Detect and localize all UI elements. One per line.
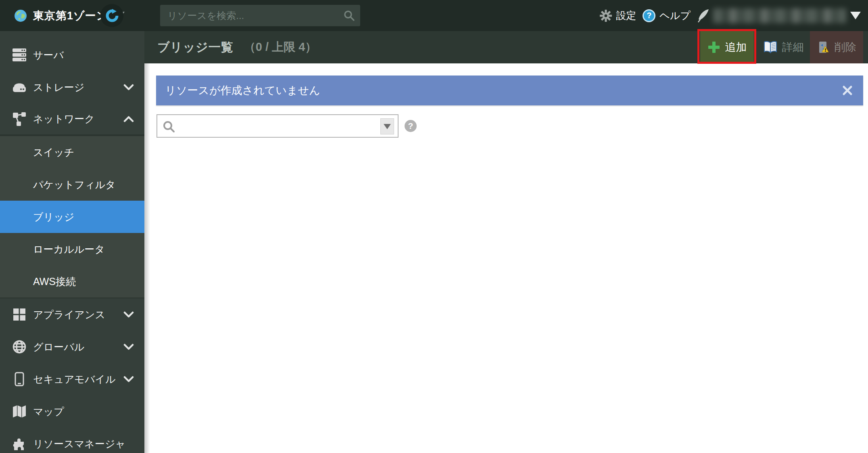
plus-icon bbox=[707, 41, 720, 54]
topbar: 東京第1ゾーン bbox=[0, 0, 868, 31]
refresh-icon bbox=[105, 9, 119, 23]
sidebar-shadow bbox=[144, 63, 150, 453]
detail-button[interactable]: 詳細 bbox=[761, 31, 806, 63]
sidebar-item-label: グローバル bbox=[33, 340, 84, 354]
globe-emoji-icon bbox=[14, 9, 27, 22]
global-search-input[interactable] bbox=[160, 5, 360, 26]
sidebar-item-label: ネットワーク bbox=[33, 112, 95, 126]
sidebar-item-local-router[interactable]: ローカルルータ bbox=[0, 233, 144, 265]
server-icon bbox=[12, 48, 27, 62]
close-icon[interactable] bbox=[842, 85, 853, 96]
add-button[interactable]: 追加 bbox=[700, 31, 754, 63]
detail-button-label: 詳細 bbox=[782, 40, 804, 55]
book-icon bbox=[764, 41, 777, 53]
map-icon bbox=[12, 405, 27, 418]
sidebar-item-resource-manager[interactable]: リソースマネージャ bbox=[0, 428, 144, 453]
resource-count: （0 / 上限 4） bbox=[244, 39, 317, 55]
sidebar-item-bridge[interactable]: ブリッジ bbox=[0, 201, 144, 233]
search-filter-dropdown-button[interactable] bbox=[380, 118, 394, 134]
account-menu[interactable] bbox=[697, 8, 861, 23]
refresh-button[interactable] bbox=[100, 4, 123, 27]
help-button[interactable]: ? ヘルプ bbox=[643, 9, 691, 22]
sidebar-item-label: マップ bbox=[33, 405, 64, 418]
sidebar-item-label: AWS接続 bbox=[33, 275, 76, 288]
resource-filter-input[interactable] bbox=[157, 115, 398, 137]
sidebar-item-aws-connect[interactable]: AWS接続 bbox=[0, 265, 144, 298]
sidebar-item-label: セキュアモバイル bbox=[33, 373, 116, 386]
account-name-redacted bbox=[713, 8, 846, 23]
globe-icon bbox=[12, 340, 27, 354]
zone-name-label: 東京第1ゾーン bbox=[33, 8, 108, 23]
sidebar-item-server[interactable]: サーバ bbox=[0, 39, 144, 71]
gear-icon bbox=[600, 10, 612, 22]
sidebar-item-label: リソースマネージャ bbox=[33, 437, 125, 451]
chevron-up-icon bbox=[123, 115, 134, 123]
sidebar-item-global[interactable]: グローバル bbox=[0, 331, 144, 363]
sidebar-item-label: スイッチ bbox=[33, 146, 74, 159]
sidebar-item-secure-mobile[interactable]: セキュアモバイル bbox=[0, 363, 144, 395]
notice-banner: リソースが作成されていません bbox=[156, 76, 863, 105]
delete-button-label: 削除 bbox=[835, 40, 856, 55]
sidebar-item-label: パケットフィルタ bbox=[33, 178, 116, 191]
chevron-down-icon bbox=[123, 343, 134, 350]
add-button-label: 追加 bbox=[725, 40, 747, 55]
sidebar-item-label: ブリッジ bbox=[33, 210, 74, 224]
puzzle-icon bbox=[12, 437, 27, 451]
sakura-cloud-console: 東京第1ゾーン bbox=[0, 0, 868, 453]
delete-button[interactable]: 削除 bbox=[810, 31, 863, 63]
resource-search-box bbox=[156, 114, 399, 138]
mobile-phone-icon bbox=[12, 372, 27, 386]
sidebar-item-map[interactable]: マップ bbox=[0, 395, 144, 428]
sidebar-item-label: ストレージ bbox=[33, 81, 84, 94]
storage-icon bbox=[12, 81, 27, 94]
sidebar-item-storage[interactable]: ストレージ bbox=[0, 71, 144, 103]
main-content: リソースが作成されていません ? bbox=[144, 63, 868, 453]
appliance-grid-icon bbox=[12, 308, 27, 321]
help-label: ヘルプ bbox=[659, 9, 691, 22]
help-icon: ? bbox=[643, 9, 655, 22]
search-icon bbox=[163, 121, 175, 134]
account-dropdown-icon bbox=[850, 12, 861, 19]
topbar-right-cluster: 設定 ? ヘルプ bbox=[600, 0, 861, 31]
chevron-down-icon bbox=[123, 311, 134, 318]
sidebar-item-packet-filter[interactable]: パケットフィルタ bbox=[0, 168, 144, 201]
page-header: ブリッジ一覧 （0 / 上限 4） 追加 bbox=[144, 31, 868, 63]
sidebar-item-network[interactable]: ネットワーク bbox=[0, 103, 144, 134]
settings-button[interactable]: 設定 bbox=[600, 9, 636, 22]
dropdown-triangle-icon bbox=[384, 124, 391, 129]
sidebar-item-label: アプライアンス bbox=[33, 308, 105, 321]
search-help-button[interactable]: ? bbox=[405, 120, 417, 132]
chevron-down-icon bbox=[123, 84, 134, 91]
sidebar-nav: サーバ ストレージ bbox=[0, 31, 144, 453]
network-submenu: スイッチ パケットフィルタ ブリッジ ローカルルータ AWS接続 bbox=[0, 134, 144, 298]
page-title: ブリッジ一覧 bbox=[157, 39, 234, 56]
sidebar-item-switch[interactable]: スイッチ bbox=[0, 136, 144, 168]
network-icon bbox=[12, 112, 27, 126]
sidebar-item-label: サーバ bbox=[33, 48, 64, 62]
delete-warning-icon bbox=[817, 41, 830, 54]
settings-label: 設定 bbox=[616, 9, 636, 22]
notice-message: リソースが作成されていません bbox=[165, 83, 320, 98]
quill-icon bbox=[697, 9, 709, 23]
sidebar-item-label: ローカルルータ bbox=[33, 243, 105, 256]
sidebar-item-appliance[interactable]: アプライアンス bbox=[0, 298, 144, 331]
chevron-down-icon bbox=[123, 375, 134, 383]
search-icon bbox=[344, 10, 355, 23]
